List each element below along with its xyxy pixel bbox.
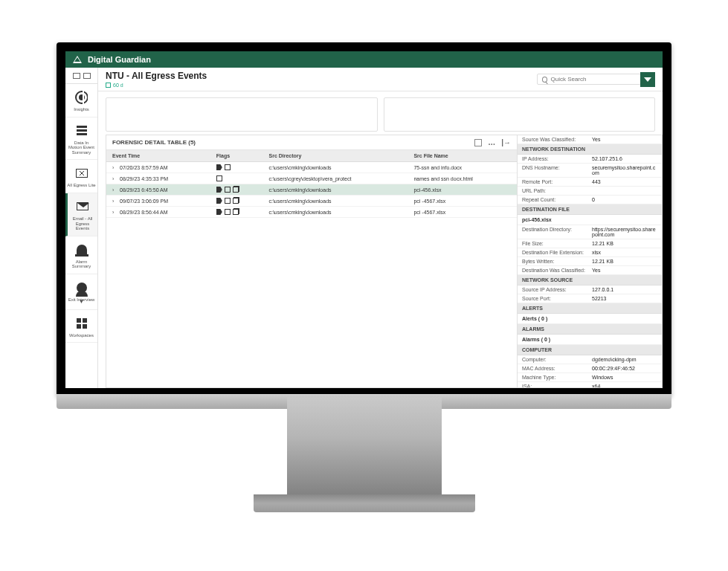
table-settings-icon[interactable] [474, 139, 482, 146]
person-icon [74, 280, 89, 295]
table-header-row: Event Time Flags Src Directory Src File … [106, 150, 517, 162]
monitor-frame: { "app": { "name": "Digital Guardian" },… [0, 0, 728, 571]
detail-row: Repeat Count:0 [518, 196, 662, 204]
table-row[interactable]: ›08/29/23 8:56:44 AMc:\users\cmking\down… [106, 207, 517, 218]
monitor-bezel: Digital Guardian Insights Data In Motion… [57, 42, 671, 397]
sidebar-item-label: All Egress Lite [67, 183, 96, 188]
sidebar-item-label: Workspaces [67, 333, 96, 338]
sidebar-item-data-in-motion[interactable]: Data In Motion Event Summary [65, 117, 97, 161]
expand-icon[interactable]: › [112, 199, 117, 204]
logo-icon [73, 56, 82, 63]
search-icon [542, 77, 547, 83]
table-row[interactable]: ›09/07/23 3:06:09 PMc:\users\cmking\down… [106, 196, 517, 207]
doc-icon [225, 209, 231, 215]
page-header: NTU - All Egress Events 60 d [98, 68, 663, 91]
table-row[interactable]: ›08/29/23 6:45:50 AMc:\users\cmking\down… [106, 184, 517, 196]
section-network-source: NETWORK SOURCE [518, 275, 662, 286]
expand-icon[interactable]: › [112, 210, 117, 215]
detail-row: Computer:dgdemo\cking-dpm [518, 355, 662, 364]
mail-icon [75, 199, 90, 214]
monitor-stand-base [254, 494, 475, 512]
page-title-block: NTU - All Egress Events 60 d [106, 71, 207, 88]
col-event-time[interactable]: Event Time [106, 150, 210, 162]
screen: Digital Guardian Insights Data In Motion… [65, 51, 663, 388]
tag-icon [216, 187, 222, 193]
detail-row: Destination Was Classified:Yes [518, 266, 662, 275]
bell-icon [74, 242, 89, 257]
main-content: NTU - All Egress Events 60 d [98, 68, 663, 388]
doc-icon [225, 187, 231, 193]
expand-icon[interactable]: › [112, 187, 117, 193]
expand-icon[interactable]: › [112, 176, 117, 181]
detail-row: MAC Address:00:0C:29:4F:46:52 [518, 364, 662, 373]
quick-search[interactable] [537, 74, 641, 85]
doc-icon [225, 198, 231, 204]
chart-panel-right [384, 97, 656, 132]
table-expand-icon[interactable]: |→ [501, 138, 511, 146]
section-computer: COMPUTER [518, 345, 662, 355]
date-range-label: 60 d [113, 83, 123, 88]
page-title: NTU - All Egress Events [106, 71, 207, 81]
detail-row: Source IP Address:127.0.0.1 [518, 286, 662, 294]
col-src-file-name[interactable]: Src File Name [408, 150, 517, 162]
sidebar-item-label: Alarm Summary [67, 259, 96, 269]
sidebar-item-email-egress[interactable]: Email - All Egress Events [65, 193, 97, 236]
section-alarms: ALARMS [518, 324, 662, 335]
sidebar-item-all-egress-lite[interactable]: All Egress Lite [65, 160, 97, 193]
table-more-icon[interactable]: … [488, 138, 495, 146]
sidebar: Insights Data In Motion Event Summary Al… [65, 68, 98, 388]
sidebar-item-alarm-summary[interactable]: Alarm Summary [65, 236, 97, 274]
section-alerts: ALERTS [518, 303, 662, 314]
destination-file-name: pci-456.xlsx [518, 215, 662, 225]
doc-icon [216, 175, 222, 181]
detail-row: Bytes Written:12.21 KB [518, 257, 662, 266]
detail-row: Source Port:52213 [518, 294, 662, 303]
table-row[interactable]: ›07/20/23 8:57:59 AMc:\users\cmking\down… [106, 162, 517, 173]
tag-icon [216, 164, 222, 170]
app-header: Digital Guardian [65, 51, 663, 68]
sidebar-item-label: Insights [67, 107, 96, 112]
search-wrap [537, 72, 655, 87]
table-title: FORENSIC DETAIL TABLE (5) [112, 139, 196, 146]
sidebar-item-workspaces[interactable]: Workspaces [65, 310, 97, 343]
content-row: FORENSIC DETAIL TABLE (5) … |→ Event Tim… [98, 135, 663, 388]
view-toggle[interactable] [65, 68, 97, 84]
detail-panel: Source Was Classified:Yes NETWORK DESTIN… [518, 135, 663, 388]
detail-row: File Size:12.21 KB [518, 239, 662, 248]
sidebar-item-label: Data In Motion Event Summary [67, 141, 96, 155]
table-tools: … |→ [474, 138, 511, 146]
tag-icon [216, 198, 222, 204]
tree-icon [74, 123, 89, 138]
table-panel-header: FORENSIC DETAIL TABLE (5) … |→ [106, 135, 517, 150]
calendar-icon [106, 83, 111, 88]
funnel-icon [644, 77, 651, 82]
expand-icon[interactable]: › [112, 165, 117, 170]
sidebar-item-label: Email - All Egress Events [69, 216, 96, 231]
copy-icon [233, 209, 239, 215]
detail-row: URL Path: [518, 187, 662, 196]
detail-row: DNS Hostname:securemysitoo.sharepoint.co… [518, 164, 662, 178]
sidebar-item-exit-interview[interactable]: Exit Interview ▼ [65, 274, 97, 310]
detail-row: Remote Port:443 [518, 178, 662, 187]
doc-icon [225, 164, 231, 170]
forensic-table-panel: FORENSIC DETAIL TABLE (5) … |→ Event Tim… [106, 135, 518, 388]
chart-panel-left [106, 97, 378, 132]
charts-row [98, 91, 663, 135]
search-input[interactable] [550, 76, 636, 83]
detail-row: ISA:x64 [518, 382, 662, 388]
filter-button[interactable] [640, 72, 655, 87]
app-title: Digital Guardian [88, 55, 151, 64]
detail-row: Machine Type:Windows [518, 373, 662, 382]
detail-row: Destination File Extension:xlsx [518, 248, 662, 257]
table-row[interactable]: ›08/29/23 4:35:33 PMc:\users\cgrey\deskt… [106, 173, 517, 184]
app-body: Insights Data In Motion Event Summary Al… [65, 68, 663, 388]
col-src-directory[interactable]: Src Directory [262, 150, 408, 162]
date-range[interactable]: 60 d [106, 83, 207, 88]
col-flags[interactable]: Flags [210, 150, 263, 162]
monitor-stand-neck [287, 397, 442, 497]
target-icon [74, 90, 89, 105]
detail-row: IP Address:52.107.251.6 [518, 155, 662, 164]
detail-row: Source Was Classified:Yes [518, 135, 662, 144]
sidebar-item-insights[interactable]: Insights [65, 84, 97, 117]
forensic-table: Event Time Flags Src Directory Src File … [106, 150, 517, 218]
